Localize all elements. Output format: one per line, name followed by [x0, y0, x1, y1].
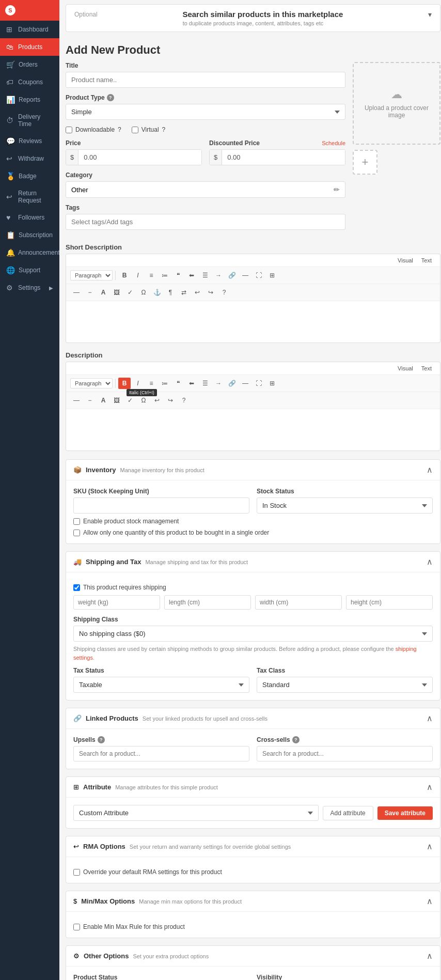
minmax-toggle[interactable]: ∧ [427, 896, 433, 906]
other-options-toggle[interactable]: ∧ [427, 951, 433, 961]
desc-hr-btn[interactable]: — [239, 378, 251, 389]
sku-input[interactable] [73, 497, 249, 514]
stock-status-select[interactable]: In Stock Out of Stock On Backorder [257, 497, 433, 514]
sidebar-item-badge[interactable]: 🏅 Badge [0, 167, 59, 185]
title-input[interactable] [66, 72, 345, 88]
sidebar-item-products[interactable]: 🛍 Products [0, 38, 59, 56]
omega-btn[interactable]: Ω [137, 287, 150, 298]
virtual-checkbox[interactable] [132, 127, 138, 133]
width-input[interactable] [255, 595, 342, 610]
image-insert-btn[interactable]: 🖼 [111, 287, 123, 298]
sidebar-item-orders[interactable]: 🛒 Orders [0, 56, 59, 73]
enable-stock-label[interactable]: Enable product stock management [73, 518, 433, 525]
sidebar-item-subscription[interactable]: 📋 Subscription [0, 226, 59, 244]
sidebar-item-reviews[interactable]: 💬 Reviews [0, 132, 59, 150]
sidebar-item-support[interactable]: 🌐 Support [0, 261, 59, 279]
text-tab[interactable]: Text [417, 256, 436, 265]
desc-align-right[interactable]: → [212, 378, 225, 389]
desc-text-color[interactable]: A [97, 395, 109, 406]
fullscreen-btn[interactable]: ⛶ [253, 270, 265, 281]
anchor-btn[interactable]: ⚓ [151, 287, 163, 298]
schedule-link[interactable]: Schedule [322, 140, 345, 146]
image-upload-box[interactable]: ☁ Upload a product cover image [353, 62, 440, 145]
link-btn[interactable]: 🔗 [226, 270, 238, 281]
blockquote-btn[interactable]: ❝ [172, 270, 184, 281]
visual-tab[interactable]: Visual [393, 256, 417, 265]
attribute-toggle[interactable]: ∧ [427, 782, 433, 792]
desc-paragraph-select[interactable]: Paragraph [70, 378, 113, 388]
ordered-list-btn[interactable]: ≔ [159, 270, 171, 281]
italic-btn[interactable]: I [132, 270, 144, 281]
desc-table-btn[interactable]: ⊞ [266, 378, 278, 389]
discounted-price-input[interactable] [222, 150, 345, 165]
product-type-select[interactable]: Simple Variable Grouped External [66, 104, 345, 120]
requires-shipping-label[interactable]: This product requires shipping [73, 584, 433, 591]
short-description-body[interactable] [66, 301, 440, 343]
rma-toggle[interactable]: ∧ [427, 842, 433, 851]
desc-align-left[interactable]: ⬅ [185, 378, 198, 389]
single-quantity-checkbox[interactable] [73, 530, 80, 536]
edit-icon[interactable]: ✏ [334, 185, 340, 194]
tax-status-select[interactable]: Taxable Shipping Only None [73, 677, 249, 693]
desc-ul-btn[interactable]: ≡ [145, 378, 158, 389]
sidebar-item-announcements[interactable]: 🔔 Announcements [0, 244, 59, 261]
save-attribute-button[interactable]: Save attribute [377, 806, 433, 820]
desc-visual-tab[interactable]: Visual [393, 364, 417, 372]
desc-ol-btn[interactable]: ≔ [159, 378, 171, 389]
desc-fullscreen[interactable]: ⛶ [253, 378, 265, 389]
upsells-input[interactable] [73, 746, 249, 761]
shipping-toggle[interactable]: ∧ [427, 557, 433, 567]
rma-override-label[interactable]: Override your default RMA settings for t… [73, 868, 433, 876]
requires-shipping-checkbox[interactable] [73, 584, 80, 591]
sidebar-item-reports[interactable]: 📊 Reports [0, 91, 59, 108]
help-toolbar-btn[interactable]: ? [218, 287, 230, 298]
sidebar-item-coupons[interactable]: 🏷 Coupons [0, 73, 59, 91]
desc-text-tab[interactable]: Text [417, 364, 436, 372]
length-input[interactable] [164, 595, 251, 610]
special-char-btn[interactable]: ✓ [124, 287, 136, 298]
desc-image-btn[interactable]: 🖼 [111, 395, 123, 406]
sidebar-item-dashboard[interactable]: ⊞ Dashboard [0, 21, 59, 38]
add-attribute-button[interactable]: Add attribute [323, 806, 373, 820]
downloadable-checkbox-label[interactable]: Downloadable ? [66, 126, 121, 133]
text-color-btn[interactable]: A [97, 287, 109, 298]
horizontal-rule-btn[interactable]: — [70, 287, 83, 298]
desc-check-btn[interactable]: ✓ [124, 395, 136, 406]
height-input[interactable] [346, 595, 433, 610]
minus-btn[interactable]: − [84, 287, 96, 298]
desc-undo-btn[interactable]: ↩ [151, 395, 163, 406]
tax-class-select[interactable]: Standard Reduced Rate Zero Rate [257, 677, 433, 693]
rtl-btn[interactable]: ¶ [164, 287, 177, 298]
rma-override-checkbox[interactable] [73, 869, 80, 876]
inventory-toggle[interactable]: ∧ [427, 465, 433, 475]
bold-btn[interactable]: B [118, 270, 131, 281]
tags-input[interactable] [66, 214, 345, 230]
table-btn[interactable]: ⊞ [266, 270, 278, 281]
sidebar-item-return-request[interactable]: ↩ Return Request [0, 185, 59, 209]
shipping-class-select[interactable]: No shipping class ($0) [73, 626, 433, 642]
sidebar-item-settings[interactable]: ⚙ Settings ▶ [0, 279, 59, 297]
single-quantity-label[interactable]: Allow only one quantity of this product … [73, 529, 433, 536]
add-image-button[interactable]: + [353, 150, 377, 175]
description-body[interactable] [66, 409, 440, 450]
weight-input[interactable] [73, 595, 160, 610]
sidebar-item-delivery-time[interactable]: ⏱ Delivery Time [0, 108, 59, 132]
crosssells-input[interactable] [257, 746, 433, 761]
desc-italic-btn[interactable]: I Italic (Ctrl+I) [132, 378, 144, 389]
paragraph-select[interactable]: Paragraph [70, 270, 113, 281]
enable-stock-checkbox[interactable] [73, 518, 80, 525]
minmax-enable-label[interactable]: Enable Min Max Rule for this product [73, 923, 433, 930]
align-left-btn[interactable]: ⬅ [185, 270, 198, 281]
redo-btn[interactable]: ↪ [204, 287, 217, 298]
align-center-btn[interactable]: ☰ [199, 270, 211, 281]
desc-help-btn[interactable]: ? [178, 395, 190, 406]
downloadable-checkbox[interactable] [66, 127, 72, 133]
desc-bold-btn[interactable]: B [118, 378, 131, 389]
desc-omega-btn[interactable]: Ω [137, 395, 150, 406]
align-right-btn[interactable]: → [212, 270, 225, 281]
sidebar-item-followers[interactable]: ♥ Followers [0, 209, 59, 226]
price-input[interactable] [78, 150, 201, 165]
desc-minus-btn[interactable]: − [84, 395, 96, 406]
virtual-checkbox-label[interactable]: Virtual ? [132, 126, 165, 133]
attribute-select[interactable]: Custom Attribute [73, 805, 319, 821]
